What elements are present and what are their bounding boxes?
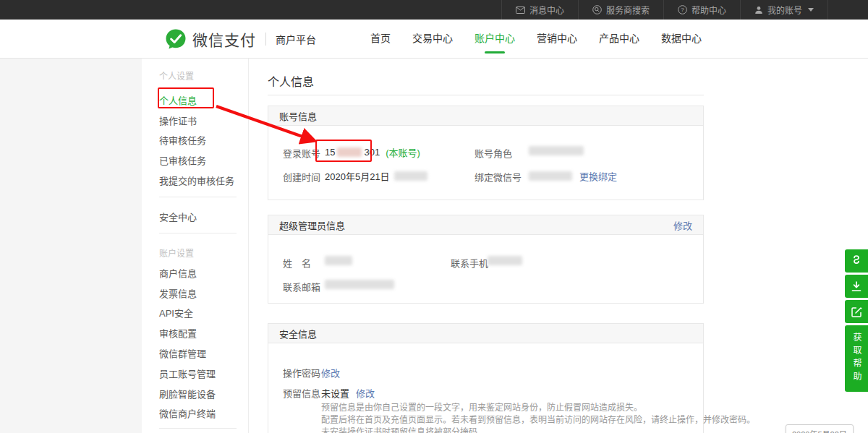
current-account-tag: (本账号) xyxy=(386,145,420,159)
sidebar-item-personal-info[interactable]: 个人信息 xyxy=(159,93,197,107)
svg-text:?: ? xyxy=(681,7,684,13)
get-help-label: 获取帮助 xyxy=(845,333,868,385)
security-info-card-header: 安全信息 xyxy=(268,324,703,343)
top-utility-bar: 消息中心 服务商搜索 ? 帮助中心 我的账号 xyxy=(0,0,868,20)
nav-product-center[interactable]: 产品中心 xyxy=(599,20,639,59)
sidebar-item-staff-account-management[interactable]: 员工账号管理 xyxy=(159,366,216,380)
redacted-wechat-id xyxy=(529,171,572,181)
nav-home[interactable]: 首页 xyxy=(370,20,391,59)
sidebar-item-wechat-group-management[interactable]: 微信群管理 xyxy=(159,346,206,360)
super-admin-edit-link[interactable]: 修改 xyxy=(673,218,692,232)
super-admin-card-header: 超级管理员信息 修改 xyxy=(268,215,703,235)
help-circle-icon: ? xyxy=(678,5,687,14)
wechat-pay-logo-icon xyxy=(165,28,187,50)
security-info-card: 安全信息 操作密码 修改 预留信息 未设置 修改 预留信息是由你自己设置的一段文… xyxy=(268,323,704,433)
description-line: 未安装操作证书时预留信息将被部分掩码。 xyxy=(321,426,755,433)
user-icon xyxy=(754,6,763,14)
sidebar-item-merchant-info[interactable]: 商户信息 xyxy=(159,266,197,280)
redacted-created-time xyxy=(394,171,427,181)
search-circle-icon xyxy=(592,5,602,14)
site-header: 微信支付 商户平台 首页 交易中心 账户中心 营销中心 产品中心 数据中心 xyxy=(0,20,868,59)
account-info-card-header: 账号信息 xyxy=(268,106,703,126)
redacted-admin-email xyxy=(325,280,394,289)
primary-nav: 首页 交易中心 账户中心 营销中心 产品中心 数据中心 xyxy=(370,20,702,59)
sidebar-divider xyxy=(159,197,237,197)
reserved-info-value: 未设置 xyxy=(321,386,349,400)
feedback-button[interactable] xyxy=(845,300,868,323)
account-info-card: 账号信息 登录账号 15 301 (本账号) 账号角色 创建时间 2020年5月… xyxy=(268,106,704,200)
chevron-down-icon xyxy=(808,8,814,12)
sidebar-divider-line xyxy=(248,59,249,433)
redacted-admin-name xyxy=(325,256,352,265)
left-gutter xyxy=(0,59,142,433)
hotline-button[interactable] xyxy=(845,249,868,273)
reserved-info-label: 预留信息 xyxy=(283,386,320,400)
mail-icon xyxy=(516,7,525,14)
brand-logo-group: 微信支付 商户平台 xyxy=(165,20,316,59)
message-center-label: 消息中心 xyxy=(529,4,564,16)
bound-wechat-label: 绑定微信号 xyxy=(475,170,522,184)
get-help-button[interactable]: 获取帮助 xyxy=(845,325,868,392)
redacted-account-role xyxy=(529,146,584,155)
admin-name-label: 姓 名 xyxy=(283,256,311,270)
title-divider xyxy=(268,95,704,95)
sidebar: 个人设置 个人信息 操作证书 待审核任务 已审核任务 我提交的审核任务 安全中心… xyxy=(142,59,248,433)
sidebar-item-my-submitted-review-tasks[interactable]: 我提交的审核任务 xyxy=(159,173,234,187)
hook-icon xyxy=(851,255,861,267)
sidebar-item-reviewed-tasks[interactable]: 已审核任务 xyxy=(159,153,206,167)
sidebar-divider xyxy=(159,233,237,233)
sidebar-item-wechat-merchant-terminal[interactable]: 微信商户终端 xyxy=(159,406,216,420)
bound-wechat-value: 更换绑定 xyxy=(529,169,617,183)
top-utility-items: 消息中心 服务商搜索 ? 帮助中心 我的账号 xyxy=(501,0,828,20)
sidebar-item-invoice-info[interactable]: 发票信息 xyxy=(159,286,197,300)
created-time-label: 创建时间 xyxy=(283,170,320,184)
security-info-title: 安全信息 xyxy=(279,327,317,340)
my-account-label: 我的账号 xyxy=(767,4,802,16)
nav-transaction-center[interactable]: 交易中心 xyxy=(412,20,453,59)
platform-name: 商户平台 xyxy=(276,32,316,46)
description-line: 配置后将在首页及充值页面显示。若未看到预留信息，表明当前访问的网站存在风险，请终… xyxy=(321,414,755,426)
sidebar-item-face-pay-devices[interactable]: 刷脸智能设备 xyxy=(159,387,216,400)
sidebar-item-pending-review-tasks[interactable]: 待审核任务 xyxy=(159,133,206,147)
description-line: 预留信息是由你自己设置的一段文字，用来鉴定网站身份，防止假冒网站造成损失。 xyxy=(321,402,755,414)
super-admin-title: 超级管理员信息 xyxy=(279,218,345,232)
account-info-title: 账号信息 xyxy=(279,109,317,123)
login-account-suffix: 301 xyxy=(364,147,380,158)
created-time-value: 2020年5月21日 xyxy=(325,169,427,183)
reserved-info-edit-link[interactable]: 修改 xyxy=(356,386,375,400)
sidebar-item-review-config[interactable]: 审核配置 xyxy=(159,326,197,340)
login-account-value: 15 301 (本账号) xyxy=(325,145,420,159)
operation-password-label: 操作密码 xyxy=(283,366,320,380)
redacted-login-middle xyxy=(337,147,362,157)
login-account-label: 登录账号 xyxy=(283,146,320,160)
brand-name: 微信支付 xyxy=(192,28,256,50)
message-center-button[interactable]: 消息中心 xyxy=(501,0,578,20)
date-tooltip: 2020年5月22日 xyxy=(786,424,854,433)
login-account-prefix: 15 xyxy=(325,147,335,158)
sidebar-group-account-settings: 账户设置 xyxy=(159,246,194,259)
service-provider-search-button[interactable]: 服务商搜索 xyxy=(578,0,663,20)
main-content: 个人信息 账号信息 登录账号 15 301 (本账号) 账号角色 创建时间 20… xyxy=(268,59,704,433)
page-title: 个人信息 xyxy=(268,72,314,90)
nav-marketing-center[interactable]: 营销中心 xyxy=(537,20,577,59)
sidebar-item-api-security[interactable]: API安全 xyxy=(159,306,193,320)
help-center-button[interactable]: ? 帮助中心 xyxy=(663,0,740,20)
account-role-label: 账号角色 xyxy=(475,146,512,160)
reserved-info-description: 预留信息是由你自己设置的一段文字，用来鉴定网站身份，防止假冒网站造成损失。 配置… xyxy=(321,402,755,433)
operation-password-edit-link[interactable]: 修改 xyxy=(321,366,340,380)
nav-account-center[interactable]: 账户中心 xyxy=(475,20,515,59)
sidebar-item-operation-certificate[interactable]: 操作证书 xyxy=(159,113,197,127)
sidebar-item-security-center[interactable]: 安全中心 xyxy=(159,210,197,223)
my-account-menu[interactable]: 我的账号 xyxy=(740,0,827,20)
rebind-wechat-link[interactable]: 更换绑定 xyxy=(579,169,617,183)
wechat-pay-merchant-page: 消息中心 服务商搜索 ? 帮助中心 我的账号 微信支付 xyxy=(0,0,868,433)
nav-data-center[interactable]: 数据中心 xyxy=(661,20,702,59)
edit-icon xyxy=(851,306,862,317)
sidebar-group-personal-settings: 个人设置 xyxy=(159,69,194,82)
service-provider-search-label: 服务商搜索 xyxy=(606,4,650,16)
super-admin-card: 超级管理员信息 修改 姓 名 联系手机 联系邮箱 xyxy=(268,215,704,304)
brand-divider xyxy=(265,33,266,46)
admin-email-label: 联系邮箱 xyxy=(283,280,320,293)
download-icon xyxy=(851,281,861,292)
download-button[interactable] xyxy=(845,275,868,298)
